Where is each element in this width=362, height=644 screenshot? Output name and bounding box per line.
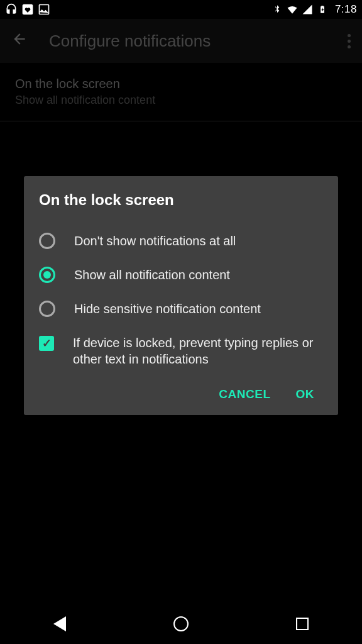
option-label: Show all notification content xyxy=(74,267,230,283)
radio-selected-icon xyxy=(39,267,55,283)
nav-recent-icon[interactable] xyxy=(296,618,309,630)
option-dont-show[interactable]: Don't show notifications at all xyxy=(39,224,323,258)
option-label: Hide sensitive notification content xyxy=(74,301,261,317)
radio-icon xyxy=(39,233,55,249)
dialog-actions: CANCEL OK xyxy=(39,376,323,408)
cancel-button[interactable]: CANCEL xyxy=(219,387,270,401)
option-label: Don't show notifications at all xyxy=(74,233,236,249)
navigation-bar xyxy=(0,604,362,644)
checkbox-checked-icon: ✓ xyxy=(39,336,54,351)
dialog-title: On the lock screen xyxy=(39,191,323,209)
dialog-scrim: On the lock screen Don't show notificati… xyxy=(0,0,362,644)
option-label: If device is locked, prevent typing repl… xyxy=(73,335,323,367)
option-show-all[interactable]: Show all notification content xyxy=(39,258,323,292)
radio-icon xyxy=(39,301,55,317)
nav-back-icon[interactable] xyxy=(53,616,66,631)
option-prevent-typing[interactable]: ✓ If device is locked, prevent typing re… xyxy=(39,326,323,376)
option-hide-sensitive[interactable]: Hide sensitive notification content xyxy=(39,292,323,326)
nav-home-icon[interactable] xyxy=(173,616,189,631)
lock-screen-dialog: On the lock screen Don't show notificati… xyxy=(24,176,338,415)
ok-button[interactable]: OK xyxy=(296,387,315,401)
